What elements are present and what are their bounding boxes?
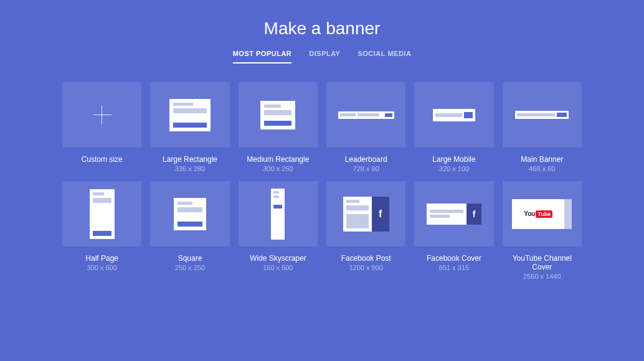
- mockup-large-mobile-icon: [433, 109, 475, 121]
- plus-icon: [93, 106, 111, 124]
- template-facebook-cover[interactable]: f Facebook Cover 851 x 315: [414, 181, 493, 280]
- card-dims: 1200 x 900: [326, 264, 405, 271]
- card-label: Large Rectangle: [150, 155, 229, 164]
- mockup-medium-rectangle-icon: [260, 101, 295, 129]
- card-label: Leaderboard: [326, 155, 405, 164]
- preview-facebook-cover: f: [414, 181, 493, 246]
- card-dims: 851 x 315: [414, 264, 493, 271]
- card-dims: 160 x 600: [239, 264, 318, 271]
- card-dims: 336 x 280: [150, 165, 229, 172]
- card-label: Medium Rectangle: [239, 155, 318, 164]
- preview-half-page: [62, 181, 141, 246]
- template-large-mobile[interactable]: Large Mobile 320 x 100: [414, 82, 493, 172]
- mockup-square-icon: [174, 198, 206, 230]
- card-dims: 250 x 250: [150, 264, 229, 271]
- card-dims: 728 x 90: [326, 165, 405, 172]
- preview-large-mobile: [414, 82, 493, 148]
- tabs-bar: MOST POPULAR DISPLAY SOCIAL MEDIA: [62, 50, 582, 63]
- preview-facebook-post: f: [326, 181, 405, 246]
- template-custom-size[interactable]: Custom size: [62, 82, 141, 172]
- facebook-f-icon: f: [372, 197, 389, 232]
- template-leaderboard[interactable]: Leaderboard 728 x 90: [326, 82, 405, 172]
- card-label: Large Mobile: [414, 155, 493, 164]
- card-dims: 320 x 100: [414, 165, 493, 172]
- preview-square: [150, 181, 229, 246]
- preview-main-banner: [503, 82, 582, 148]
- template-square[interactable]: Square 250 x 250: [150, 181, 229, 280]
- template-youtube-cover[interactable]: YouTube YouTube Channel Cover 2560 x 144…: [503, 181, 582, 280]
- mockup-youtube-icon: YouTube: [512, 199, 572, 229]
- card-label: Main Banner: [503, 155, 582, 164]
- tab-social-media[interactable]: SOCIAL MEDIA: [358, 50, 411, 63]
- template-large-rectangle[interactable]: Large Rectangle 336 x 280: [150, 82, 229, 172]
- preview-leaderboard: [326, 82, 405, 148]
- mockup-large-rectangle-icon: [169, 99, 211, 131]
- card-label: Square: [150, 254, 229, 263]
- template-grid: Custom size Large Rectangle 336 x 280 Me…: [62, 82, 582, 280]
- preview-large-rectangle: [150, 82, 229, 148]
- card-label: YouTube Channel Cover: [503, 254, 582, 271]
- mockup-main-banner-icon: [515, 111, 569, 119]
- card-label: Facebook Post: [326, 254, 405, 263]
- tab-most-popular[interactable]: MOST POPULAR: [233, 50, 292, 63]
- preview-wide-skyscraper: [239, 181, 318, 246]
- tab-display[interactable]: DISPLAY: [309, 50, 340, 63]
- preview-youtube-cover: YouTube: [503, 181, 582, 246]
- mockup-skyscraper-icon: [271, 189, 285, 240]
- facebook-f-icon: f: [466, 204, 481, 225]
- template-half-page[interactable]: Half Page 300 x 600: [62, 181, 141, 280]
- mockup-facebook-cover-icon: f: [427, 204, 481, 225]
- template-main-banner[interactable]: Main Banner 468 x 60: [503, 82, 582, 172]
- mockup-leaderboard-icon: [338, 111, 394, 119]
- card-label: Wide Skyscraper: [239, 254, 318, 263]
- main-container: Make a banner MOST POPULAR DISPLAY SOCIA…: [0, 0, 644, 280]
- template-medium-rectangle[interactable]: Medium Rectangle 300 x 250: [239, 82, 318, 172]
- mockup-half-page-icon: [90, 189, 115, 239]
- card-dims: 468 x 60: [503, 165, 582, 172]
- preview-custom: [62, 82, 141, 148]
- card-label: Half Page: [62, 254, 141, 263]
- page-title: Make a banner: [62, 19, 582, 39]
- card-dims: 2560 x 1440: [503, 273, 582, 280]
- youtube-logo-icon: YouTube: [524, 210, 552, 218]
- mockup-facebook-post-icon: f: [343, 197, 389, 232]
- template-facebook-post[interactable]: f Facebook Post 1200 x 900: [326, 181, 405, 280]
- preview-medium-rectangle: [239, 82, 318, 148]
- template-wide-skyscraper[interactable]: Wide Skyscraper 160 x 600: [239, 181, 318, 280]
- card-dims: 300 x 600: [62, 264, 141, 271]
- card-dims: 300 x 250: [239, 165, 318, 172]
- card-label: Facebook Cover: [414, 254, 493, 263]
- card-label: Custom size: [62, 155, 141, 164]
